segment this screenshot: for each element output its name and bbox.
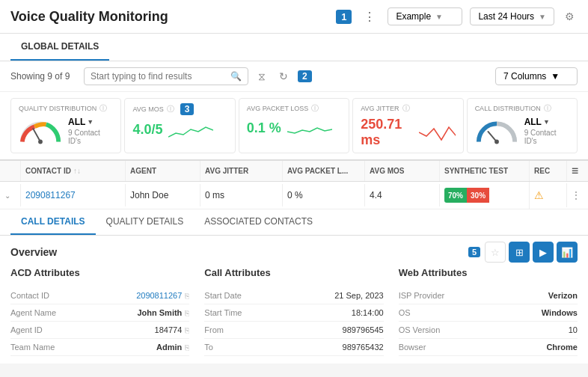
th-expand [0,161,21,181]
search-box[interactable]: 🔍 [84,67,248,85]
metric-quality-dist: QUALITY DISTRIBUTION ⓘ ALL ▼ 9 Contact I… [10,98,121,153]
start-date-label: Start Date [204,291,257,300]
expand-icon[interactable]: ⌄ [4,191,10,200]
svg-point-1 [38,139,43,144]
star-button[interactable]: ☆ [485,242,506,263]
start-time-label: Start Time [204,308,257,317]
table-toolbar: Showing 9 of 9 🔍 ⧖ ↻ 2 7 Columns ▼ [0,61,588,92]
overview-label: Overview [10,246,57,258]
packet-sparkline [287,117,332,139]
os-version-row: OS Version 10 [399,322,578,339]
table-header-row: CONTACT ID ↑↓ AGENT AVG JITTER AVG PACKE… [0,160,588,182]
copy-icon[interactable]: ⎘ [185,309,189,317]
start-date-row: Start Date 21 Sep, 2023 [204,287,383,304]
th-agent: AGENT [126,161,200,181]
start-date-value: 21 Sep, 2023 [334,291,383,300]
time-range-dropdown[interactable]: Last 24 Hours ▼ [470,7,554,25]
copy-icon[interactable]: ⎘ [185,292,189,300]
search-input[interactable] [91,71,226,82]
metric-avg-jitter: AVG JITTER ⓘ 250.71 ms [352,98,463,153]
detail-action-icons: 5 ☆ ⊞ ▶ 📊 [468,242,578,263]
refresh-icon[interactable]: ↻ [275,68,292,85]
browser-row: Bowser Chrome [399,339,578,356]
chevron-down-icon: ▼ [543,118,550,126]
tab-associated-contacts[interactable]: ASSOCIATED CONTACTS [194,209,323,235]
page-title: Voice Quality Monitoring [10,9,328,25]
chart-button[interactable]: 📊 [557,242,578,263]
team-name-value: Admin [156,343,182,352]
mos-sparkline [168,118,213,141]
quality-all-dropdown[interactable]: ALL ▼ [68,117,113,127]
row-menu-icon[interactable]: ⋮ [572,190,581,200]
settings-icon[interactable]: ⚙ [562,7,578,25]
call-dist-label: CALL DISTRIBUTION [475,105,541,112]
web-attributes: Web Attributes ISP Provider Verizon OS W… [399,267,578,356]
info-icon: ⓘ [99,103,107,114]
columns-dropdown[interactable]: 7 Columns ▼ [495,67,578,85]
record-button[interactable]: ▶ [533,242,554,263]
th-contact-id: CONTACT ID ↑↓ [21,161,126,181]
more-options-icon[interactable]: ⋮ [359,8,380,25]
metric-avg-packet-loss: AVG PACKET LOSS ⓘ 0.1 % [239,98,349,153]
syn-red: 30% [467,188,489,203]
expand-cell[interactable]: ⌄ [0,184,21,206]
agent-id-value: 184774 [155,325,183,334]
quality-gauge [19,118,62,144]
from-value: 989796545 [343,325,384,334]
th-avg-packet: AVG PACKET L... [283,161,365,181]
os-version-value: 10 [569,325,578,334]
info-icon: ⓘ [167,104,174,114]
agent-name-row: Agent Name John Smith ⎘ [10,304,189,322]
os-label: OS [399,308,451,317]
call-title: Call Attributes [204,267,383,281]
data-table: CONTACT ID ↑↓ AGENT AVG JITTER AVG PACKE… [0,160,588,209]
contact-id-cell[interactable]: 2090811267 [21,184,126,206]
svg-point-3 [494,139,499,144]
example-dropdown[interactable]: Example ▼ [388,7,462,25]
svg-line-0 [33,129,40,141]
os-value: Windows [542,308,578,317]
avg-packet-cell: 0 % [283,184,365,206]
layout-button[interactable]: ⊞ [509,242,530,263]
main-tabs: GLOBAL DETAILS [0,34,588,61]
to-row: To 989765432 [204,339,383,356]
badge-1: 1 [336,10,352,24]
tab-global-details[interactable]: GLOBAL DETAILS [10,34,109,61]
th-menu: ☰ [567,161,588,181]
badge-5: 5 [468,247,480,257]
call-all-dropdown[interactable]: ALL ▼ [524,117,569,127]
app-header: Voice Quality Monitoring 1 ⋮ Example ▼ L… [0,0,588,34]
table-row: ⌄ 2090811267 John Doe 0 ms 0 % 4.4 70% 3… [0,182,588,209]
avg-packet-loss-label: AVG PACKET LOSS [247,105,309,112]
acd-attributes: ACD Attributes Contact ID 2090811267 ⎘ A… [10,267,189,356]
copy-icon[interactable]: ⎘ [185,326,189,334]
avg-jitter-cell: 0 ms [200,184,283,206]
attributes-grid: ACD Attributes Contact ID 2090811267 ⎘ A… [10,267,578,356]
badge-3: 3 [180,103,195,115]
warning-icon: ⚠ [534,189,544,201]
menu-cell[interactable]: ⋮ [567,184,588,206]
avg-mos-value: 4.0/5 [132,122,162,138]
isp-row: ISP Provider Verizon [399,287,578,304]
browser-value: Chrome [546,343,578,352]
info-icon: ⓘ [311,103,319,114]
syn-green: 70% [444,188,467,203]
showing-count: Showing 9 of 9 [10,71,78,82]
to-value: 989765432 [343,343,384,352]
agent-id-label: Agent ID [10,325,63,334]
contact-id-value[interactable]: 2090811267 [136,291,182,300]
from-label: From [204,325,257,334]
agent-name-label: Agent Name [10,308,63,317]
browser-label: Bowser [399,343,451,352]
chevron-down-icon: ▼ [435,13,443,21]
avg-jitter-value: 250.71 ms [361,117,413,148]
start-time-row: Start Time 18:14:00 [204,304,383,322]
contact-id-row: Contact ID 2090811267 ⎘ [10,287,189,304]
copy-icon[interactable]: ⎘ [185,343,189,352]
from-row: From 989796545 [204,322,383,339]
filter-icon[interactable]: ⧖ [254,68,269,85]
tab-call-details[interactable]: CALL DETAILS [10,209,96,235]
tab-quality-details[interactable]: QUALITY DETAILS [96,209,195,235]
isp-value: Verizon [548,291,578,300]
th-synthetic: SYNTHETIC TEST [440,161,530,181]
